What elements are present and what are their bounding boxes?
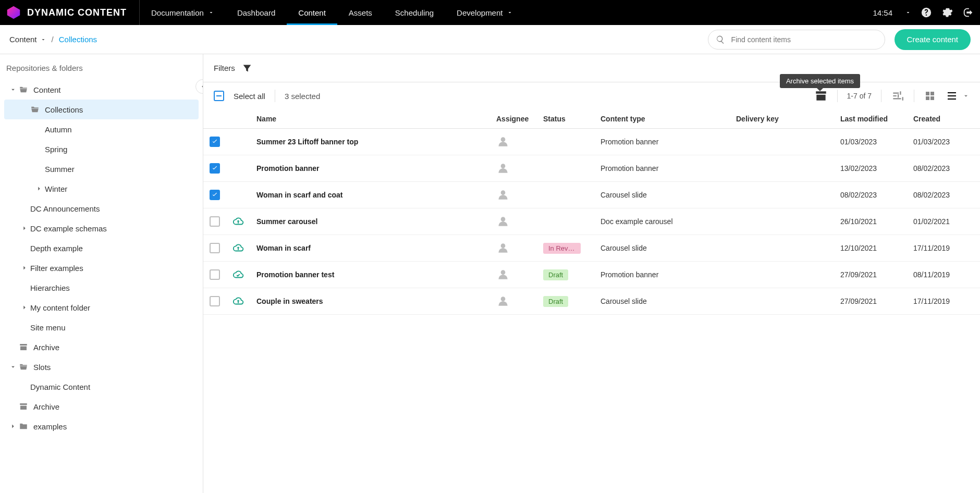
tree-row[interactable]: Autumn — [4, 119, 199, 139]
tree-toggle[interactable] — [7, 423, 19, 430]
cell-assignee[interactable] — [490, 155, 537, 182]
tree-row[interactable]: Dynamic Content — [4, 377, 199, 397]
svg-point-4 — [501, 217, 506, 221]
table-row[interactable]: Summer 23 Liftoff banner topPromotion ba… — [203, 129, 980, 155]
tree-label: Content — [33, 85, 61, 94]
table-row[interactable]: Summer carouselDoc example carousel26/10… — [203, 208, 980, 235]
cell-assignee[interactable] — [490, 262, 537, 288]
row-checkbox[interactable] — [210, 137, 220, 147]
tree-toggle[interactable] — [33, 185, 45, 192]
row-checkbox[interactable] — [210, 190, 220, 200]
tree-row[interactable]: My content folder — [4, 298, 199, 317]
tree-row[interactable]: Site menu — [4, 317, 199, 337]
topbar: DYNAMIC CONTENT DocumentationDashboardCo… — [0, 0, 980, 25]
cell-created: 17/11/2019 — [907, 288, 980, 315]
nav-label: Content — [298, 8, 326, 17]
cell-modified: 08/02/2023 — [834, 182, 907, 208]
paging-label: 1-7 of 7 — [847, 92, 872, 100]
status-badge: In Review — [543, 243, 581, 254]
tree-row[interactable]: Content — [4, 80, 199, 100]
th-key[interactable]: Delivery key — [730, 109, 834, 129]
search-box[interactable] — [708, 30, 885, 50]
filters-icon[interactable] — [241, 63, 253, 74]
table-row[interactable]: Promotion banner testDraftPromotion bann… — [203, 262, 980, 288]
table-wrapper[interactable]: Name Assignee Status Content type Delive… — [203, 109, 980, 493]
tree-label: Spring — [45, 145, 67, 154]
tree-row[interactable]: Collections — [4, 100, 199, 119]
clock-caret-icon[interactable] — [905, 9, 911, 16]
tree-row[interactable]: Filter examples — [4, 258, 199, 278]
view-list-icon[interactable] — [946, 90, 958, 102]
table-row[interactable]: Woman in scarf and coatCarousel slide08/… — [203, 182, 980, 208]
cell-modified: 27/09/2021 — [834, 262, 907, 288]
content-table: Name Assignee Status Content type Delive… — [203, 109, 980, 315]
th-name[interactable]: Name — [250, 109, 490, 129]
th-modified[interactable]: Last modified — [834, 109, 907, 129]
tree-row[interactable]: Winter — [4, 179, 199, 199]
tree-row[interactable]: Summer — [4, 159, 199, 179]
tree-row[interactable]: DC Announcements — [4, 199, 199, 218]
nav-assets[interactable]: Assets — [337, 0, 384, 25]
row-checkbox[interactable] — [210, 163, 220, 174]
cell-assignee[interactable] — [490, 235, 537, 262]
tree-toggle[interactable] — [19, 264, 30, 272]
th-created[interactable]: Created — [907, 109, 980, 129]
settings-icon[interactable] — [941, 7, 953, 18]
row-checkbox[interactable] — [210, 243, 220, 253]
tree-toggle[interactable] — [19, 225, 30, 232]
cell-created: 08/11/2019 — [907, 262, 980, 288]
cell-assignee[interactable] — [490, 288, 537, 315]
cell-assignee[interactable] — [490, 208, 537, 235]
nav-content[interactable]: Content — [287, 0, 337, 25]
tree-row[interactable]: Archive — [4, 337, 199, 357]
row-checkbox[interactable] — [210, 296, 220, 306]
tree-row[interactable]: Hierarchies — [4, 278, 199, 298]
tree-row[interactable]: Depth example — [4, 238, 199, 258]
table-row[interactable]: Woman in scarfIn ReviewCarousel slide12/… — [203, 235, 980, 262]
folder-open-icon — [19, 85, 28, 94]
cell-assignee[interactable] — [490, 182, 537, 208]
nav-dashboard[interactable]: Dashboard — [226, 0, 287, 25]
svg-point-1 — [501, 137, 506, 142]
breadcrumb-root-button[interactable]: Content — [9, 35, 46, 44]
tree-label: Hierarchies — [30, 284, 70, 292]
assignee-icon — [496, 188, 510, 202]
cell-assignee[interactable] — [490, 129, 537, 155]
create-content-button[interactable]: Create content — [895, 29, 971, 50]
nav-scheduling[interactable]: Scheduling — [384, 0, 445, 25]
th-status[interactable]: Status — [537, 109, 594, 129]
tree-row[interactable]: Slots — [4, 357, 199, 377]
settings-sliders-icon[interactable] — [891, 89, 904, 103]
logout-icon[interactable] — [962, 7, 974, 18]
table-row[interactable]: Couple in sweatersDraftCarousel slide27/… — [203, 288, 980, 315]
th-type[interactable]: Content type — [594, 109, 730, 129]
row-checkbox[interactable] — [210, 216, 220, 227]
assignee-icon — [496, 135, 510, 149]
tree-row[interactable]: Archive — [4, 397, 199, 416]
cell-modified: 12/10/2021 — [834, 235, 907, 262]
select-all-checkbox[interactable] — [214, 91, 224, 101]
breadcrumb-current-link[interactable]: Collections — [59, 35, 97, 44]
table-row[interactable]: Promotion bannerPromotion banner13/02/20… — [203, 155, 980, 182]
chevron-right-icon — [35, 185, 43, 192]
tree-row[interactable]: examples — [4, 416, 199, 436]
view-grid-icon[interactable] — [924, 90, 936, 102]
cell-name: Couple in sweaters — [250, 288, 490, 315]
cell-status — [537, 182, 594, 208]
filters-bar: Filters — [203, 54, 980, 82]
tree-row[interactable]: DC example schemas — [4, 218, 199, 238]
tree-toggle[interactable] — [7, 86, 19, 93]
view-caret-icon[interactable] — [967, 92, 970, 100]
tree-toggle[interactable] — [7, 363, 19, 371]
nav-development[interactable]: Development — [445, 0, 524, 25]
tree-toggle[interactable] — [19, 304, 30, 311]
th-assignee[interactable]: Assignee — [490, 109, 537, 129]
archive-selected-icon[interactable] — [814, 89, 828, 103]
row-checkbox[interactable] — [210, 269, 220, 280]
tree-row[interactable]: Spring — [4, 139, 199, 159]
help-icon[interactable] — [921, 7, 932, 18]
check-icon — [211, 191, 218, 199]
cell-type: Carousel slide — [594, 182, 730, 208]
nav-documentation[interactable]: Documentation — [140, 0, 226, 25]
search-input[interactable] — [730, 35, 877, 44]
